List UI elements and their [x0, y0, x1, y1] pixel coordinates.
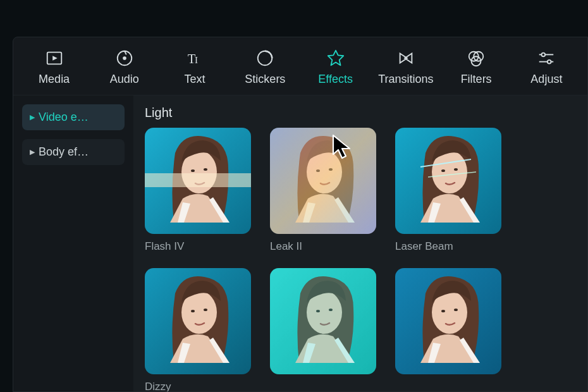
svg-point-42: [441, 310, 445, 312]
audio-icon: [114, 47, 135, 69]
tab-label: Audio: [110, 73, 139, 86]
tab-label: Effects: [318, 73, 353, 86]
effect-thumbnail[interactable]: [270, 128, 376, 234]
stickers-icon: [254, 47, 276, 69]
tab-label: Media: [39, 73, 70, 86]
svg-marker-1: [52, 56, 58, 61]
top-toolbar: Media Audio TI Text Stickers Effects: [13, 37, 587, 95]
svg-point-14: [548, 60, 551, 64]
effect-label: Leak II: [270, 240, 376, 253]
tab-audio[interactable]: Audio: [90, 42, 159, 95]
effect-card: Laser Beam: [395, 128, 501, 253]
tab-text[interactable]: TI Text: [161, 42, 230, 95]
effect-card: Leak II: [270, 128, 376, 253]
effect-thumbnail[interactable]: [145, 268, 251, 374]
transitions-icon: [395, 47, 417, 69]
tab-label: Stickers: [245, 73, 285, 86]
effects-grid: Flash IV Leak II: [145, 128, 587, 391]
effect-thumbnail[interactable]: [270, 268, 376, 374]
svg-rect-19: [145, 173, 251, 187]
effect-card: Flash IV: [145, 128, 251, 253]
effect-thumbnail[interactable]: [145, 128, 251, 234]
app-window: Media Audio TI Text Stickers Effects: [13, 37, 588, 392]
tab-label: Adjust: [530, 73, 562, 86]
svg-point-43: [454, 309, 458, 311]
tab-effects[interactable]: Effects: [301, 42, 370, 95]
sidebar-item-label: Video e…: [39, 111, 89, 124]
tab-media[interactable]: Media: [20, 42, 89, 95]
body: ▶ Video e… ▶ Body ef… Light: [13, 95, 587, 391]
filters-icon: [465, 47, 487, 69]
svg-rect-39: [270, 268, 376, 374]
effects-icon: [325, 47, 346, 69]
tab-filters[interactable]: Filters: [442, 42, 511, 95]
svg-point-28: [454, 168, 458, 171]
svg-point-17: [191, 169, 195, 172]
effects-panel: Light Flash IV: [133, 95, 587, 391]
tab-transitions[interactable]: Transitions: [371, 42, 440, 95]
media-icon: [44, 47, 65, 69]
adjust-icon: [536, 47, 557, 69]
effect-card: [395, 268, 501, 391]
section-title: Light: [145, 106, 587, 120]
svg-text:I: I: [195, 55, 198, 65]
effect-thumbnail[interactable]: [395, 268, 501, 374]
effect-thumbnail[interactable]: [395, 128, 501, 234]
svg-point-34: [204, 309, 207, 311]
sidebar-item-label: Body ef…: [39, 145, 89, 159]
triangle-right-icon: ▶: [30, 113, 35, 121]
text-icon: TI: [184, 47, 205, 69]
svg-point-18: [204, 168, 207, 171]
svg-point-3: [123, 56, 126, 60]
tab-label: Filters: [461, 73, 492, 86]
tab-label: Text: [185, 73, 205, 86]
tab-stickers[interactable]: Stickers: [231, 42, 300, 95]
sidebar: ▶ Video e… ▶ Body ef…: [13, 95, 133, 391]
effect-label: Flash IV: [145, 240, 251, 253]
sidebar-item-body-effects[interactable]: ▶ Body ef…: [22, 139, 125, 165]
effect-card: Dizzy: [145, 268, 251, 391]
svg-point-33: [191, 310, 195, 312]
svg-point-27: [441, 169, 445, 172]
tab-label: Transitions: [378, 73, 433, 86]
effect-card: [270, 268, 376, 391]
svg-point-12: [542, 53, 546, 57]
effect-label: Laser Beam: [395, 240, 501, 253]
effect-label: Dizzy: [145, 381, 251, 391]
sidebar-item-video-effects[interactable]: ▶ Video e…: [22, 104, 125, 130]
triangle-right-icon: ▶: [30, 148, 35, 156]
tab-adjust[interactable]: Adjust: [512, 42, 581, 95]
svg-rect-24: [270, 128, 376, 234]
